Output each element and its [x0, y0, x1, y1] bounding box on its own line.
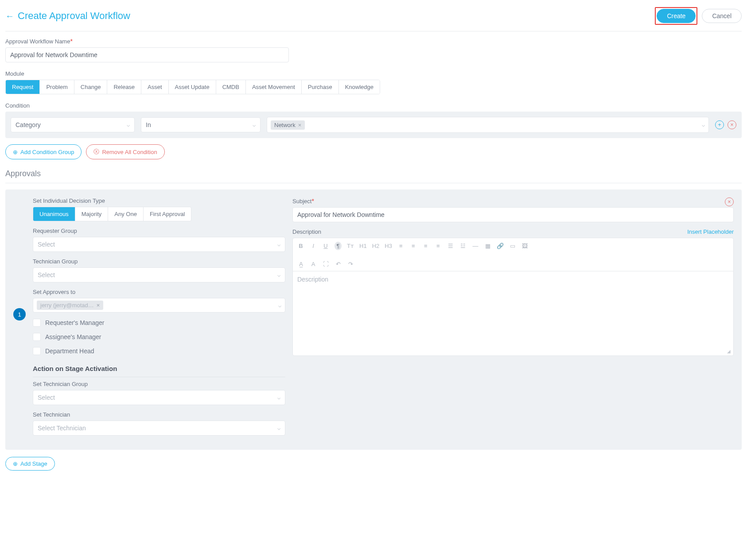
tab-asset[interactable]: Asset	[141, 80, 169, 94]
add-stage-button[interactable]: ⊕ Add Stage	[5, 457, 55, 471]
chevron-down-icon: ⌵	[277, 272, 280, 278]
condition-actions: + ×	[715, 120, 736, 129]
decision-any-one[interactable]: Any One	[108, 207, 144, 221]
checkbox-icon	[33, 319, 41, 327]
approval-stage: 1 Set Individual Decision Type Unanimous…	[5, 189, 742, 450]
image-icon[interactable]: 🖼	[521, 243, 529, 249]
technician-group-label: Technician Group	[33, 258, 285, 265]
font-icon[interactable]: A	[310, 261, 317, 267]
description-placeholder-text: Description	[297, 276, 328, 283]
decision-majority[interactable]: Majority	[75, 207, 109, 221]
link-icon[interactable]: 🔗	[497, 243, 504, 249]
condition-operator-select[interactable]: In ⌵	[141, 117, 261, 132]
module-section: Module Request Problem Change Release As…	[5, 70, 742, 94]
description-textarea[interactable]: Description ◢	[293, 271, 733, 355]
description-label: Description	[292, 228, 321, 235]
set-tech-group-select[interactable]: Select ⌵	[33, 390, 285, 405]
requester-group-label: Requester Group	[33, 228, 285, 234]
checkbox-icon	[33, 333, 41, 341]
workflow-name-input[interactable]	[5, 47, 289, 62]
remove-stage-icon[interactable]: ×	[725, 197, 734, 206]
horizontal-rule-icon[interactable]: —	[472, 243, 479, 249]
approvers-label: Set Approvers to	[33, 289, 285, 295]
condition-value-input[interactable]: Network × ⌵	[267, 117, 709, 133]
workflow-name-section: Approval Workflow Name*	[5, 38, 742, 62]
checkbox-icon	[33, 347, 41, 355]
tab-cmdb[interactable]: CMDB	[216, 80, 246, 94]
checkbox-label: Requester's Manager	[45, 319, 104, 326]
workflow-name-label: Approval Workflow Name*	[5, 38, 742, 45]
unordered-list-icon[interactable]: ☰	[447, 243, 454, 249]
set-technician-label: Set Technician	[33, 411, 285, 418]
checkbox-department-head[interactable]: Department Head	[33, 347, 285, 355]
technician-group-select[interactable]: Select ⌵	[33, 267, 285, 282]
decision-first-approval[interactable]: First Approval	[144, 207, 191, 221]
align-center-icon[interactable]: ≡	[410, 243, 417, 249]
decision-type-label: Set Individual Decision Type	[33, 197, 285, 204]
chevron-down-icon: ⌵	[253, 122, 256, 128]
decision-unanimous[interactable]: Unanimous	[33, 207, 75, 221]
bold-icon[interactable]: B	[297, 243, 304, 249]
chevron-down-icon: ⌵	[277, 241, 280, 247]
tab-problem[interactable]: Problem	[40, 80, 74, 94]
video-icon[interactable]: ▭	[509, 243, 516, 249]
stage-left-column: Set Individual Decision Type Unanimous M…	[33, 197, 285, 442]
cancel-button[interactable]: Cancel	[702, 9, 742, 23]
plus-circle-icon: ⊕	[13, 460, 18, 467]
approvers-select[interactable]: jerry (jerry@motad… × ⌵	[33, 298, 285, 313]
create-button[interactable]: Create	[657, 9, 696, 23]
ordered-list-icon[interactable]: ☳	[459, 243, 467, 249]
align-right-icon[interactable]: ≡	[422, 243, 429, 249]
remove-all-condition-button[interactable]: ⓧ Remove All Condition	[86, 144, 164, 159]
subject-label: Subject*	[292, 197, 734, 205]
h2-icon[interactable]: H2	[372, 243, 380, 249]
font-color-icon[interactable]: A̲	[297, 261, 304, 267]
back-arrow-icon[interactable]: ←	[5, 11, 14, 21]
approvals-heading: Approvals	[5, 169, 742, 183]
requester-group-select[interactable]: Select ⌵	[33, 237, 285, 252]
insert-placeholder-link[interactable]: Insert Placeholder	[687, 228, 734, 235]
checkbox-label: Department Head	[45, 348, 94, 355]
remove-condition-icon[interactable]: ×	[728, 120, 736, 129]
set-tech-group-label: Set Technician Group	[33, 381, 285, 387]
underline-icon[interactable]: U	[322, 243, 329, 249]
stage-right-column: Subject* Description Insert Placeholder …	[292, 197, 734, 442]
tab-release[interactable]: Release	[107, 80, 141, 94]
close-circle-icon: ⓧ	[93, 148, 99, 156]
set-technician-select[interactable]: Select Technician ⌵	[33, 421, 285, 436]
condition-field-select[interactable]: Category ⌵	[11, 117, 135, 132]
subject-input[interactable]	[292, 207, 734, 222]
h3-icon[interactable]: H3	[385, 243, 392, 249]
tab-change[interactable]: Change	[74, 80, 108, 94]
chevron-down-icon: ⌵	[278, 302, 281, 309]
tab-purchase[interactable]: Purchase	[302, 80, 339, 94]
table-icon[interactable]: ▦	[484, 243, 491, 249]
condition-section: Condition Category ⌵ In ⌵ Network × ⌵ + …	[5, 102, 742, 159]
tab-asset-update[interactable]: Asset Update	[169, 80, 216, 94]
tab-knowledge[interactable]: Knowledge	[339, 80, 380, 94]
checkbox-assignees-manager[interactable]: Assignee's Manager	[33, 333, 285, 341]
paragraph-icon[interactable]: ¶	[335, 242, 342, 250]
condition-row: Category ⌵ In ⌵ Network × ⌵ + ×	[5, 112, 742, 138]
tab-request[interactable]: Request	[6, 80, 40, 94]
h1-icon[interactable]: H1	[359, 243, 367, 249]
fullscreen-icon[interactable]: ⛶	[322, 261, 329, 267]
add-condition-group-button[interactable]: ⊕ Add Condition Group	[5, 144, 82, 159]
page-title: Create Approval Workflow	[18, 10, 130, 22]
remove-tag-icon[interactable]: ×	[97, 302, 100, 309]
resize-handle-icon[interactable]: ◢	[727, 349, 731, 354]
italic-icon[interactable]: I	[310, 243, 317, 249]
stage-number-badge: 1	[13, 308, 26, 321]
redo-icon[interactable]: ↷	[347, 261, 354, 267]
editor-toolbar: B I U ¶ Tᴛ H1 H2 H3 ≡ ≡ ≡ ≡ ☰ ☳ — ▦ 🔗 ▭ …	[293, 238, 733, 271]
remove-tag-icon[interactable]: ×	[298, 122, 302, 128]
text-size-icon[interactable]: Tᴛ	[347, 243, 354, 249]
align-left-icon[interactable]: ≡	[397, 243, 405, 249]
checkbox-requesters-manager[interactable]: Requester's Manager	[33, 319, 285, 327]
chevron-down-icon: ⌵	[702, 122, 705, 128]
page-header: ← Create Approval Workflow Create Cancel	[5, 5, 742, 31]
undo-icon[interactable]: ↶	[335, 261, 342, 267]
add-condition-icon[interactable]: +	[715, 120, 724, 129]
tab-asset-movement[interactable]: Asset Movement	[246, 80, 302, 94]
align-justify-icon[interactable]: ≡	[435, 243, 442, 249]
